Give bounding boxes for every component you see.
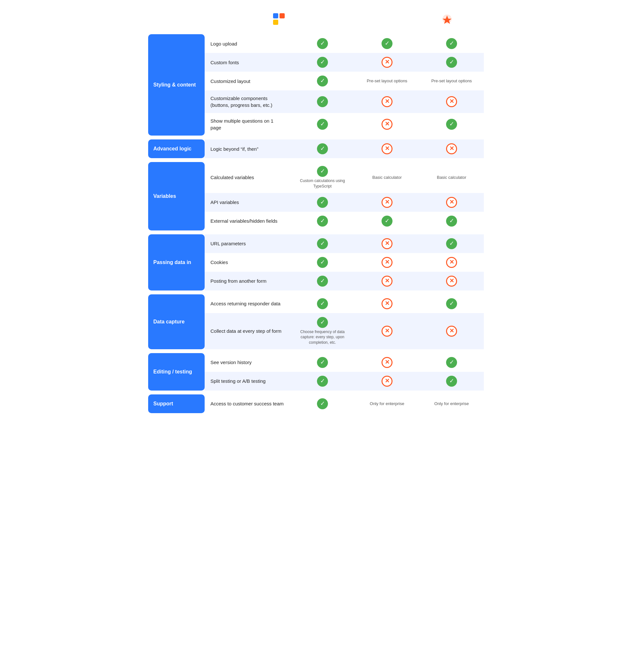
- cross-icon: ✕: [446, 326, 457, 337]
- feature-cell: Cookies: [205, 253, 290, 272]
- cross-icon: ✕: [382, 238, 392, 249]
- cross-icon: ✕: [382, 298, 392, 309]
- value-cell: ✓: [355, 212, 419, 231]
- section-label-cell: Variables: [148, 162, 205, 231]
- check-icon: ✓: [446, 119, 457, 130]
- svg-rect-1: [279, 13, 285, 18]
- check-icon: ✓: [317, 216, 328, 226]
- value-cell: ✓: [419, 113, 484, 136]
- table-row: Editing / testingSee version history✓✕✓: [148, 353, 484, 372]
- feature-cell: Logic beyond “if, then”: [205, 139, 290, 158]
- cross-icon: ✕: [382, 257, 392, 268]
- value-cell: ✕: [355, 90, 419, 113]
- svg-rect-0: [273, 13, 278, 18]
- table-row: Passing data inURL parameters✓✕✓: [148, 234, 484, 253]
- feature-cell: Access to customer success team: [205, 394, 290, 413]
- value-cell: ✓: [290, 113, 355, 136]
- check-icon: ✓: [317, 298, 328, 309]
- value-cell: ✓Custom calculations using TypeScript: [290, 162, 355, 193]
- value-cell: ✕: [355, 234, 419, 253]
- value-cell: ✓: [419, 53, 484, 72]
- check-icon: ✓: [317, 57, 328, 68]
- value-cell: ✓: [290, 253, 355, 272]
- table-row: Data captureAccess returning responder d…: [148, 294, 484, 313]
- feature-cell: Logo upload: [205, 34, 290, 53]
- value-cell: ✕: [355, 294, 419, 313]
- section-label-cell: Styling & content: [148, 34, 205, 136]
- value-cell: ✕: [355, 372, 419, 390]
- value-cell: ✓: [290, 353, 355, 372]
- value-sub-text: Choose frequency of data capture: every …: [293, 329, 351, 345]
- check-icon: ✓: [317, 317, 328, 328]
- value-cell: Pre-set layout options: [355, 72, 419, 90]
- check-icon: ✓: [317, 376, 328, 387]
- value-cell: ✓: [290, 212, 355, 231]
- value-cell: ✕: [355, 313, 419, 349]
- value-cell: ✕: [355, 139, 419, 158]
- svg-rect-2: [273, 20, 278, 25]
- check-icon: ✓: [446, 376, 457, 387]
- check-icon: ✓: [317, 197, 328, 208]
- feature-cell: External variables/hidden fields: [205, 212, 290, 231]
- table-row: Advanced logicLogic beyond “if, then”✓✕✕: [148, 139, 484, 158]
- cross-icon: ✕: [382, 96, 392, 107]
- section-label-cell: Passing data in: [148, 234, 205, 290]
- feature-cell: Split testing or A/B testing: [205, 372, 290, 390]
- jotform-brand: [413, 14, 484, 24]
- formsort-logo-icon: [273, 13, 285, 25]
- value-cell: ✓: [290, 272, 355, 290]
- value-cell: ✓: [419, 34, 484, 53]
- check-icon: ✓: [446, 57, 457, 68]
- value-cell: ✓: [355, 34, 419, 53]
- value-cell: ✓: [290, 193, 355, 212]
- feature-cell: Access returning responder data: [205, 294, 290, 313]
- check-icon: ✓: [317, 119, 328, 130]
- value-cell: ✕: [355, 53, 419, 72]
- jotform-logo-icon: [442, 14, 452, 24]
- cross-icon: ✕: [446, 275, 457, 287]
- feature-cell: Collect data at every step of form: [205, 313, 290, 349]
- check-icon: ✓: [317, 275, 328, 287]
- check-icon: ✓: [317, 257, 328, 268]
- value-cell: ✓Choose frequency of data capture: every…: [290, 313, 355, 349]
- cross-icon: ✕: [382, 119, 392, 130]
- cross-icon: ✕: [382, 275, 392, 287]
- value-cell: ✓: [290, 294, 355, 313]
- check-icon: ✓: [317, 166, 328, 177]
- value-cell: ✕: [355, 113, 419, 136]
- value-sub-text: Custom calculations using TypeScript: [293, 178, 351, 189]
- value-cell: Basic calculator: [355, 162, 419, 193]
- value-cell: Only for enterprise: [355, 394, 419, 413]
- value-cell: ✓: [419, 212, 484, 231]
- section-label-cell: Support: [148, 394, 205, 413]
- value-cell: ✓: [419, 353, 484, 372]
- cross-icon: ✕: [382, 376, 392, 387]
- value-cell: ✕: [355, 353, 419, 372]
- value-cell: ✓: [419, 294, 484, 313]
- section-label-cell: Advanced logic: [148, 139, 205, 158]
- value-cell: Basic calculator: [419, 162, 484, 193]
- value-cell: ✕: [355, 272, 419, 290]
- value-cell: Only for enterprise: [419, 394, 484, 413]
- header: [148, 13, 484, 28]
- check-icon: ✓: [446, 38, 457, 49]
- value-cell: ✓: [290, 34, 355, 53]
- check-icon: ✓: [317, 96, 328, 107]
- table-row: SupportAccess to customer success team✓O…: [148, 394, 484, 413]
- check-icon: ✓: [446, 298, 457, 309]
- section-gap-row: [148, 390, 484, 394]
- check-icon: ✓: [317, 38, 328, 49]
- value-cell: ✕: [419, 90, 484, 113]
- feature-cell: Customized layout: [205, 72, 290, 90]
- value-cell: ✓: [419, 372, 484, 390]
- cross-icon: ✕: [382, 357, 392, 368]
- feature-cell: API variables: [205, 193, 290, 212]
- value-cell: ✕: [419, 313, 484, 349]
- formsort-brand: [219, 13, 342, 25]
- cross-icon: ✕: [446, 143, 457, 154]
- check-icon: ✓: [317, 238, 328, 249]
- feature-cell: See version history: [205, 353, 290, 372]
- cross-icon: ✕: [446, 96, 457, 107]
- cross-icon: ✕: [382, 57, 392, 68]
- check-icon: ✓: [317, 75, 328, 87]
